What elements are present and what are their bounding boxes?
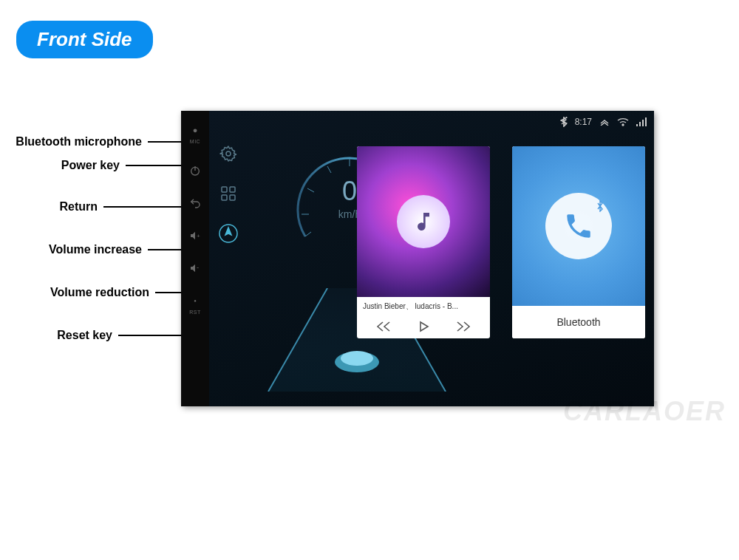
phone-icon (545, 193, 612, 259)
return-button[interactable] (189, 197, 201, 209)
svg-rect-5 (636, 124, 638, 126)
callout-return: Return (59, 200, 98, 214)
svg-rect-12 (222, 195, 227, 200)
svg-rect-8 (645, 117, 647, 126)
front-side-badge: Front Side (16, 21, 153, 58)
callout-vol-up: Volume increase (49, 243, 142, 256)
svg-rect-11 (230, 187, 235, 192)
reset-button[interactable]: ● RST (189, 295, 201, 315)
track-title: Justin Bieber、 ludacris - B... (363, 301, 484, 312)
callout-vol-down: Volume reduction (50, 286, 149, 299)
navigation-icon[interactable] (217, 222, 240, 245)
wifi-icon (617, 117, 629, 126)
settings-icon[interactable] (217, 142, 240, 165)
prev-button[interactable] (376, 321, 391, 332)
volume-up-button[interactable]: + (189, 230, 201, 242)
physical-bezel: ● MIC + - ● RST (181, 111, 209, 406)
svg-rect-10 (222, 187, 227, 192)
bluetooth-small-icon (596, 200, 605, 212)
svg-line-15 (305, 232, 311, 236)
head-unit-device: ● MIC + - ● RST 8:17 (181, 111, 654, 406)
screen-sidebar (217, 142, 240, 245)
play-button[interactable] (418, 321, 429, 332)
chevron-up-icon (599, 118, 610, 126)
svg-rect-6 (639, 122, 641, 126)
bluetooth-status-icon (560, 117, 568, 127)
status-bar: 8:17 (560, 117, 647, 127)
bluetooth-label: Bluetooth (512, 306, 645, 338)
callout-list: Bluetooth microphone Power key Return Vo… (0, 135, 192, 363)
watermark: CARLAOER (563, 396, 726, 427)
svg-line-18 (327, 166, 331, 173)
mic-hole: ● MIC (189, 124, 201, 144)
power-button[interactable] (189, 165, 201, 177)
bluetooth-art (512, 146, 645, 306)
touchscreen[interactable]: 8:17 (209, 111, 654, 406)
svg-rect-7 (642, 120, 644, 126)
callout-reset: Reset key (57, 329, 112, 342)
svg-text:-: - (197, 264, 199, 271)
callout-mic: Bluetooth microphone (16, 135, 142, 148)
volume-down-button[interactable]: - (189, 262, 201, 274)
clock: 8:17 (575, 117, 592, 127)
music-note-icon (397, 195, 450, 248)
apps-icon[interactable] (217, 182, 240, 205)
svg-rect-13 (230, 195, 235, 200)
music-card[interactable]: Justin Bieber、 ludacris - B... (357, 146, 490, 338)
signal-icon (636, 117, 647, 126)
svg-point-9 (226, 151, 231, 156)
svg-text:+: + (197, 233, 200, 239)
svg-point-25 (341, 351, 373, 366)
svg-point-4 (622, 124, 624, 126)
next-button[interactable] (456, 321, 471, 332)
callout-power: Power key (61, 159, 120, 172)
bluetooth-card[interactable]: Bluetooth (512, 146, 645, 338)
album-art (357, 146, 490, 297)
